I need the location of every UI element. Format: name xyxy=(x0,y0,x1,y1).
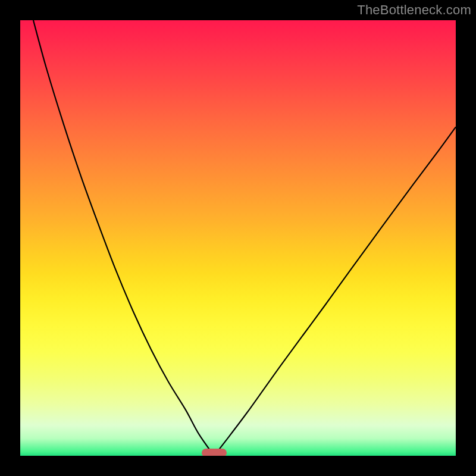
chart-frame: TheBottleneck.com xyxy=(0,0,476,476)
watermark-text: TheBottleneck.com xyxy=(357,2,471,18)
optimal-marker xyxy=(202,449,227,456)
plot-area xyxy=(20,20,456,456)
curve-left-branch xyxy=(33,20,214,456)
bottleneck-curve xyxy=(20,20,456,456)
curve-right-branch xyxy=(214,127,456,456)
